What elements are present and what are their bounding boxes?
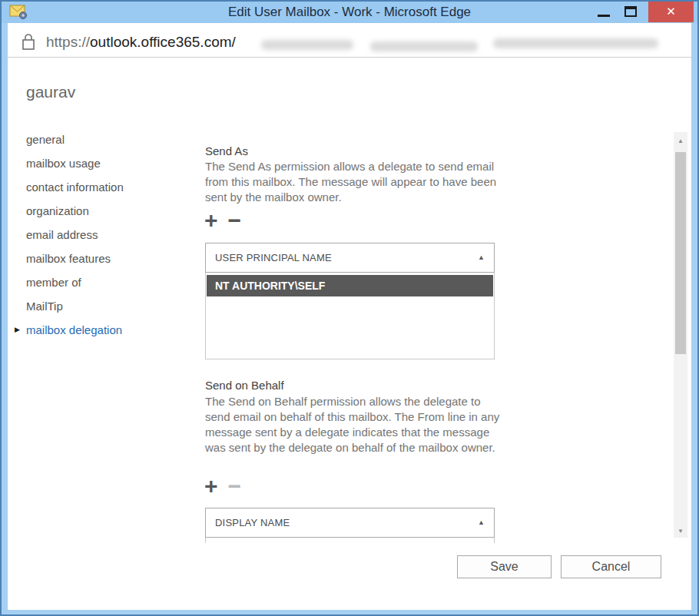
redacted-url-segment	[370, 41, 478, 51]
send-on-behalf-column-header[interactable]: DISPLAY NAME ▲	[205, 508, 495, 538]
sidebar-item-member-of[interactable]: member of	[26, 270, 124, 294]
send-as-column-header[interactable]: USER PRINCIPAL NAME ▲	[205, 243, 495, 273]
lock-icon[interactable]	[22, 33, 35, 54]
url-host: outlook.office365.com/	[90, 34, 236, 50]
send-as-title: Send As	[205, 144, 248, 157]
sidebar-item-mailbox-features[interactable]: mailbox features	[26, 247, 124, 270]
minimize-button[interactable]	[591, 0, 616, 22]
send-on-behalf-description: The Send on Behalf permission allows the…	[205, 394, 505, 455]
scroll-down-icon[interactable]: ▼	[674, 526, 687, 537]
add-delegate-icon[interactable]: +	[204, 475, 218, 498]
sidebar-item-mailbox-delegation[interactable]: ▶ mailbox delegation	[26, 318, 124, 342]
window-border	[0, 0, 2, 616]
vertical-scrollbar-thumb[interactable]	[675, 152, 686, 354]
save-button[interactable]: Save	[457, 555, 552, 578]
sidebar-item-mailtip[interactable]: MailTip	[26, 294, 124, 318]
add-delegate-icon[interactable]: +	[204, 209, 218, 232]
mailbox-settings-nav: general mailbox usage contact informatio…	[26, 128, 124, 342]
maximize-icon	[624, 6, 637, 17]
cancel-button[interactable]: Cancel	[561, 555, 661, 578]
maximize-button[interactable]	[618, 0, 644, 22]
url-protocol: https://	[46, 34, 90, 50]
send-as-description: The Send As permission allows a delegate…	[205, 159, 508, 205]
window-border	[0, 0, 699, 2]
close-button[interactable]: ✕	[648, 1, 694, 22]
send-on-behalf-toolbar: + −	[204, 475, 241, 498]
send-as-toolbar: + −	[204, 209, 241, 232]
sidebar-item-general[interactable]: general	[26, 128, 124, 151]
url-text[interactable]: https://outlook.office365.com/	[46, 34, 236, 51]
sidebar-item-email-address[interactable]: email address	[26, 223, 124, 247]
title-bar[interactable]: Edit User Mailbox - Work - Microsoft Edg…	[0, 0, 699, 23]
remove-delegate-icon[interactable]: −	[228, 209, 242, 232]
page-title-mailbox-owner: gaurav	[26, 83, 75, 101]
selected-item-arrow-icon: ▶	[15, 318, 20, 342]
remove-delegate-icon-disabled: −	[228, 475, 242, 498]
edge-popup-window: Edit User Mailbox - Work - Microsoft Edg…	[0, 0, 699, 616]
sidebar-item-contact-information[interactable]: contact information	[26, 175, 124, 199]
minimize-icon	[598, 15, 610, 17]
sort-ascending-icon: ▲	[478, 508, 485, 537]
redacted-url-segment	[493, 38, 658, 48]
send-on-behalf-list	[205, 538, 495, 543]
sort-ascending-icon: ▲	[478, 243, 485, 272]
sidebar-item-organization[interactable]: organization	[26, 199, 124, 223]
send-on-behalf-title: Send on Behalf	[205, 379, 284, 392]
send-as-row-selected[interactable]: NT AUTHORITY\SELF	[207, 275, 493, 296]
redacted-url-segment	[261, 40, 353, 50]
sidebar-item-mailbox-usage[interactable]: mailbox usage	[26, 151, 124, 175]
send-as-list: NT AUTHORITY\SELF	[205, 273, 495, 359]
scroll-up-icon[interactable]: ▲	[674, 136, 687, 147]
